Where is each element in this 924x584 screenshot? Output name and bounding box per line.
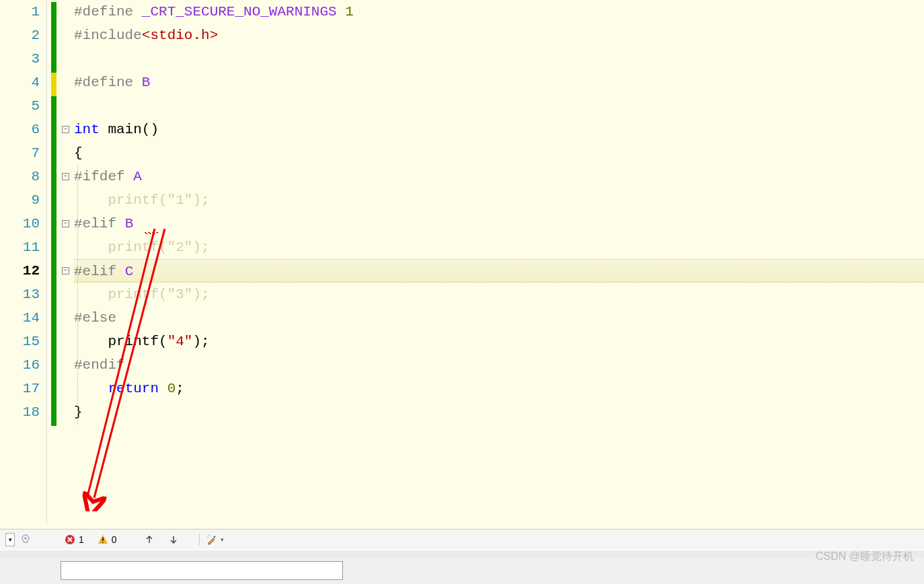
dropdown-toggle[interactable]: ▾ [5,533,15,546]
cleanup-button[interactable]: ▾ [206,534,224,545]
code-line[interactable]: #elif C [74,259,924,283]
code-token: B [125,216,134,231]
code-editor[interactable]: 123456789101112131415161718 −−−− #define… [0,0,924,525]
code-token: main() [100,122,159,137]
code-token: int [74,122,100,137]
code-token [74,381,108,396]
bottom-toolbar [0,557,924,584]
code-line[interactable]: #define _CRT_SECURE_NO_WARNINGS 1 [74,0,924,24]
code-token: } [74,404,83,420]
code-token: ; [176,381,184,396]
code-line[interactable]: #endif [74,353,924,377]
line-number: 4 [0,71,40,94]
change-margin [47,0,62,525]
code-token [337,4,346,20]
line-number: 8 [0,165,40,188]
code-token: #ifdef [74,169,133,184]
code-content[interactable]: #define _CRT_SECURE_NO_WARNINGS 1#includ… [74,0,924,525]
code-token: 0 [167,381,176,396]
code-line[interactable]: #define B [74,71,924,94]
code-line[interactable]: printf("1"); [74,188,924,212]
code-token: #else [74,310,116,326]
nav-up[interactable] [144,534,155,545]
code-token: #endif [74,357,125,373]
code-token: printf("2"); [74,240,210,255]
line-number: 10 [0,212,40,235]
code-line[interactable]: #ifdef A [74,165,924,188]
code-token: printf("1"); [74,192,210,208]
error-squiggle [145,232,158,234]
dropdown-caret-icon: ▾ [221,536,224,543]
warning-icon [98,534,108,545]
warnings-count[interactable]: 0 [98,534,117,545]
change-bar-yellow [51,73,56,96]
code-token: 1 [345,4,354,20]
brush-icon [206,534,217,545]
code-token: A [133,169,142,184]
line-number: 2 [0,24,40,47]
code-token: return [108,381,159,396]
line-number: 17 [0,377,40,400]
code-token: B [142,75,151,90]
code-token: #define [74,75,142,90]
code-token: ( [159,334,167,349]
nav-down[interactable] [168,534,179,545]
code-token: #include [74,28,142,43]
code-token: #define [74,4,142,20]
line-number: 6 [0,118,40,141]
line-number-gutter: 123456789101112131415161718 [0,0,47,525]
code-token: printf("3"); [74,287,210,302]
line-number: 15 [0,330,40,353]
code-line[interactable]: printf("2"); [74,235,924,259]
code-token: printf [74,334,159,349]
arrow-up-icon [144,534,155,545]
code-token [159,381,167,396]
code-token: ; [201,334,210,349]
arrow-down-icon [168,534,179,545]
errors-count[interactable]: 1 [65,534,84,545]
line-number: 7 [0,141,40,165]
warnings-count-value: 0 [112,534,117,545]
fold-toggle[interactable]: − [62,126,69,133]
code-token: "4" [167,334,193,349]
code-token: #elif [74,264,125,279]
line-number: 16 [0,353,40,377]
lightbulb-icon [20,534,31,545]
code-line[interactable]: printf("4"); [74,330,924,353]
svg-point-2 [24,537,27,540]
code-line[interactable]: return 0; [74,377,924,400]
code-line[interactable]: } [74,400,924,424]
bottom-panel [0,550,924,584]
watermark: CSDN @睡觉待开机 [816,550,914,564]
code-token: C [125,264,134,279]
code-line[interactable]: #include<stdio.h> [74,24,924,47]
fold-column: −−−− [62,0,74,525]
line-number: 11 [0,235,40,259]
code-token: _CRT_SECURE_NO_WARNINGS [142,4,337,20]
search-input[interactable] [61,561,343,580]
change-bar-green [51,2,56,426]
code-token: #elif [74,216,125,231]
code-line[interactable]: printf("3"); [74,283,924,306]
line-number: 12 [0,259,40,283]
fold-toggle[interactable]: − [62,267,69,275]
line-number: 18 [0,400,40,424]
code-token: ) [192,334,201,349]
code-token: { [74,145,83,161]
code-line[interactable]: #else [74,306,924,330]
line-number: 1 [0,0,40,24]
fold-toggle[interactable]: − [62,220,69,227]
code-line[interactable]: { [74,141,924,165]
error-icon [65,534,75,545]
line-number: 9 [0,188,40,212]
fold-toggle[interactable]: − [62,173,69,180]
code-line[interactable] [74,47,924,71]
line-number: 14 [0,306,40,330]
code-line[interactable]: int main() [74,118,924,141]
errors-count-value: 1 [79,534,84,545]
code-line[interactable] [74,94,924,118]
status-bar: ▾ 1 0 ▾ [0,529,924,549]
assistant-icon[interactable] [20,534,31,545]
code-line[interactable]: #elif B [74,212,924,235]
line-number: 13 [0,283,40,306]
